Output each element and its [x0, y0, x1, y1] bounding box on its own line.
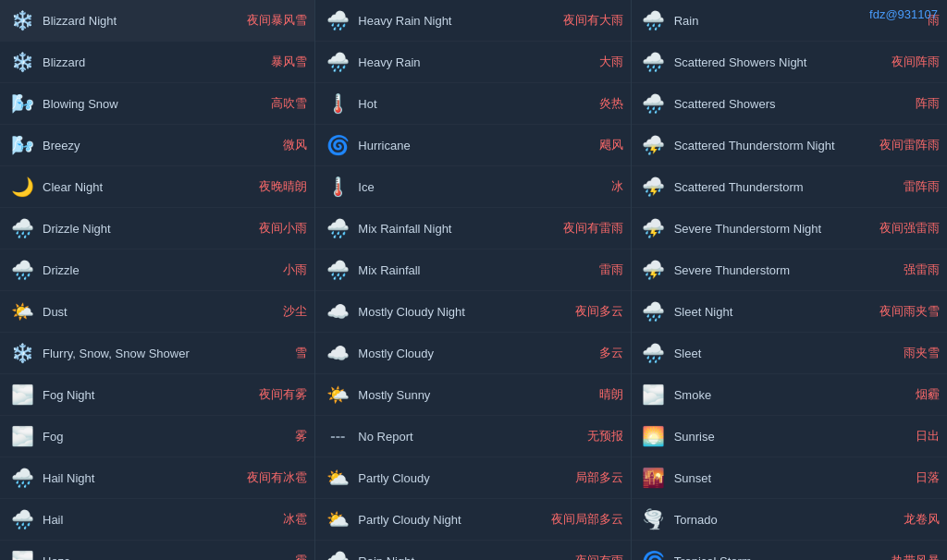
weather-name-zh: 阵雨 — [916, 95, 940, 112]
weather-row: 🌧️Sleet Night夜间雨夹雪 — [632, 291, 947, 333]
weather-icon: 🌤️ — [323, 380, 352, 409]
weather-name-en: Scattered Showers Night — [674, 55, 884, 69]
weather-row: ---No Report无预报 — [315, 416, 630, 457]
weather-name-en: Fog — [43, 430, 288, 444]
weather-name-en: Severe Thunderstorm Night — [674, 222, 872, 236]
weather-name-en: Scattered Thunderstorm — [674, 180, 896, 194]
weather-name-zh: 雾 — [295, 428, 307, 444]
weather-name-zh: 热带风暴 — [892, 553, 940, 560]
user-badge: fdz@931107 — [869, 7, 938, 21]
weather-name-zh: 炎热 — [599, 95, 623, 112]
weather-name-en: Fog Night — [43, 388, 252, 402]
weather-row: 🌀Hurricane飓风 — [315, 125, 630, 166]
weather-row: 🌧️Drizzle小雨 — [0, 250, 314, 291]
weather-name-zh: 多云 — [599, 345, 623, 361]
weather-row: 🌡️Hot炎热 — [315, 83, 630, 125]
weather-icon: 🌧️ — [323, 255, 352, 285]
weather-icon: 🌡️ — [323, 89, 352, 118]
weather-icon: 🌀 — [639, 546, 669, 560]
weather-icon: 🌫️ — [7, 546, 37, 560]
weather-name-zh: 夜间雷阵雨 — [879, 137, 940, 153]
weather-name-en: Hurricane — [358, 139, 591, 152]
weather-name-zh: 夜间有大雨 — [563, 12, 623, 29]
weather-icon: 🌬️ — [7, 130, 37, 160]
weather-icon: ❄️ — [7, 47, 37, 77]
weather-name-zh: 夜间阵雨 — [892, 54, 940, 70]
weather-row: 🌧️Mix Rainfall雷雨 — [315, 250, 630, 291]
weather-name-en: Sunrise — [674, 430, 908, 444]
weather-icon: 🌫️ — [7, 380, 37, 409]
weather-icon: 🌡️ — [323, 172, 352, 201]
weather-name-zh: 夜晚晴朗 — [259, 178, 307, 195]
weather-name-zh: 晴朗 — [599, 386, 623, 403]
weather-name-en: Heavy Rain Night — [358, 14, 555, 28]
weather-name-zh: 冰雹 — [283, 511, 307, 528]
weather-row: ⛈️Scattered Thunderstorm雷阵雨 — [632, 166, 947, 208]
weather-row: ⛅Partly Cloudy局部多云 — [315, 457, 630, 499]
weather-name-zh: 无预报 — [587, 428, 623, 444]
weather-row: 🌧️Heavy Rain Night夜间有大雨 — [315, 0, 630, 42]
weather-name-en: Sleet Night — [674, 305, 872, 319]
weather-icon: ☁️ — [323, 338, 352, 368]
weather-name-zh: 微风 — [283, 137, 307, 153]
weather-name-zh: 雷雨 — [599, 262, 623, 278]
weather-name-zh: 夜间有冰雹 — [247, 469, 307, 486]
weather-row: 🌧️Mix Rainfall Night夜间有雷雨 — [315, 208, 630, 250]
weather-row: 🌫️Haze霾 — [0, 541, 314, 560]
weather-name-en: No Report — [358, 430, 579, 444]
weather-name-zh: 霾 — [295, 553, 307, 560]
weather-row: ❄️Blizzard暴风雪 — [0, 42, 314, 83]
weather-name-en: Sleet — [674, 347, 896, 360]
weather-row: 🌧️Scattered Showers Night夜间阵雨 — [632, 42, 947, 83]
weather-name-zh: 夜间有雷雨 — [563, 220, 623, 237]
weather-name-zh: 雪 — [295, 345, 307, 361]
weather-name-en: Scattered Showers — [674, 97, 908, 111]
weather-name-en: Smoke — [674, 388, 908, 402]
weather-name-zh: 日落 — [916, 469, 940, 486]
weather-name-en: Partly Cloudy — [358, 471, 567, 485]
weather-icon: 🌀 — [323, 130, 352, 160]
weather-row: ⛅Partly Cloudy Night夜间局部多云 — [315, 499, 630, 541]
weather-row: 🌫️Fog Night夜间有雾 — [0, 374, 314, 416]
weather-row: 🌫️Fog雾 — [0, 416, 314, 457]
weather-row: ⛈️Severe Thunderstorm强雷雨 — [632, 250, 947, 291]
weather-name-zh: 局部多云 — [575, 469, 623, 486]
weather-name-en: Blowing Snow — [43, 97, 264, 111]
weather-row: 🌤️Dust沙尘 — [0, 291, 314, 333]
weather-icon: ⛈️ — [639, 255, 669, 285]
weather-row: 🌇Sunset日落 — [632, 457, 947, 499]
weather-row: 🌬️Breezy微风 — [0, 125, 314, 166]
weather-row: 🌪️Tornado龙卷风 — [632, 499, 947, 541]
weather-icon: ☁️ — [323, 297, 352, 326]
weather-name-zh: 烟霾 — [916, 386, 940, 403]
weather-icon: --- — [323, 421, 352, 451]
weather-name-zh: 冰 — [611, 178, 623, 195]
weather-name-en: Hail Night — [43, 471, 240, 485]
weather-row: 🌧️Rain Night夜间有雨 — [315, 541, 630, 560]
weather-name-zh: 沙尘 — [283, 303, 307, 320]
weather-name-en: Mix Rainfall Night — [358, 222, 555, 236]
weather-row: 🌀Tropical Storm热带风暴 — [632, 541, 947, 560]
weather-name-zh: 夜间强雷雨 — [879, 220, 940, 237]
weather-name-zh: 夜间有雾 — [259, 386, 307, 403]
weather-row: 🌧️Hail冰雹 — [0, 499, 314, 541]
weather-icon: 🌧️ — [323, 47, 352, 77]
weather-row: ☁️Mostly Cloudy Night夜间多云 — [315, 291, 630, 333]
weather-name-en: Mix Rainfall — [358, 263, 591, 277]
weather-icon: 🌬️ — [7, 89, 37, 118]
weather-row: 🌤️Mostly Sunny晴朗 — [315, 374, 630, 416]
weather-name-zh: 雷阵雨 — [904, 178, 940, 195]
weather-grid: ❄️Blizzard Night夜间暴风雪❄️Blizzard暴风雪🌬️Blow… — [0, 0, 947, 560]
weather-icon: 🌤️ — [7, 297, 37, 326]
weather-name-en: Drizzle Night — [43, 222, 252, 236]
column-0: ❄️Blizzard Night夜间暴风雪❄️Blizzard暴风雪🌬️Blow… — [0, 0, 315, 560]
weather-name-en: Scattered Thunderstorm Night — [674, 139, 872, 152]
weather-icon: 🌧️ — [7, 255, 37, 285]
weather-row: 🌙Clear Night夜晚晴朗 — [0, 166, 314, 208]
weather-name-zh: 强雷雨 — [904, 262, 940, 278]
weather-name-en: Tropical Storm — [674, 554, 884, 561]
weather-icon: ⛈️ — [639, 172, 669, 201]
weather-name-zh: 夜间小雨 — [259, 220, 307, 237]
column-2: 🌧️Rain雨🌧️Scattered Showers Night夜间阵雨🌧️Sc… — [632, 0, 947, 560]
weather-name-en: Tornado — [674, 513, 896, 527]
